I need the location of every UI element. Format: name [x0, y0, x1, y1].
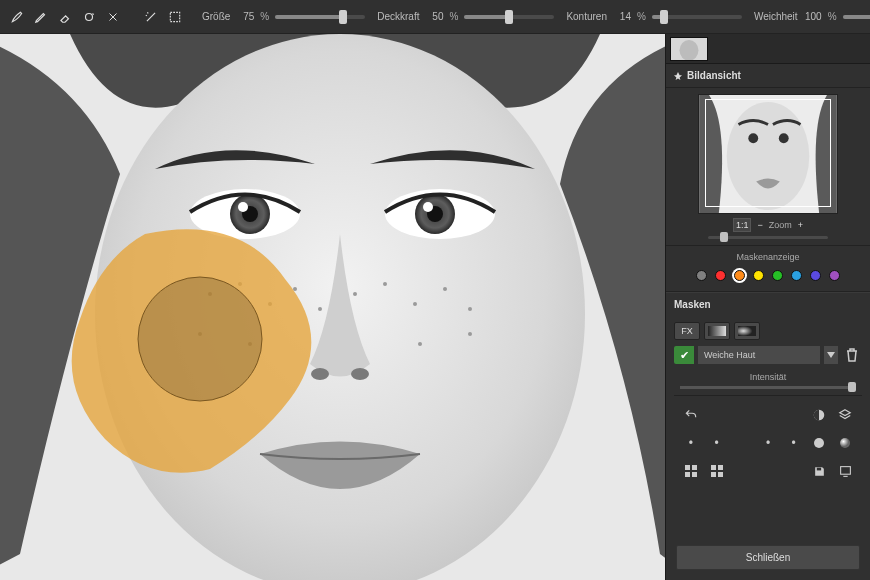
mask-color-yellow[interactable]: [753, 270, 764, 281]
contours-unit: %: [637, 11, 646, 22]
mask-color-dots: [674, 266, 862, 285]
contours-slider[interactable]: [652, 15, 742, 19]
pencil-tool-button[interactable]: [30, 6, 52, 28]
svg-rect-44: [711, 465, 716, 470]
grid-tool-1[interactable]: [678, 462, 704, 480]
placeholder-4: [781, 406, 807, 424]
svg-point-21: [413, 302, 417, 306]
svg-point-39: [840, 438, 850, 448]
mask-intensity-label: Intensität: [674, 372, 862, 382]
svg-point-12: [311, 368, 329, 380]
mask-selected-label: Weiche Haut: [704, 350, 755, 360]
opacity-slider-group: Deckkraft 50 %: [377, 11, 554, 22]
svg-rect-46: [711, 472, 716, 477]
svg-rect-45: [718, 465, 723, 470]
svg-point-22: [443, 287, 447, 291]
svg-point-30: [680, 39, 699, 60]
opacity-label: Deckkraft: [377, 11, 419, 22]
placeholder-3: [755, 406, 781, 424]
sphere-tool[interactable]: [832, 434, 858, 452]
svg-point-13: [351, 368, 369, 380]
zoom-slider[interactable]: [708, 236, 828, 239]
softness-slider[interactable]: [843, 15, 870, 19]
layers-icon[interactable]: [832, 406, 858, 424]
dot-tool-4[interactable]: •: [781, 434, 807, 452]
softness-label: Weichheit: [754, 11, 798, 22]
placeholder-7: [755, 462, 781, 480]
svg-rect-48: [817, 467, 821, 470]
close-button-label: Schließen: [746, 552, 790, 563]
contours-value: 14: [613, 11, 631, 22]
canvas-image: [0, 34, 665, 580]
dot-tool-3[interactable]: •: [755, 434, 781, 452]
svg-rect-35: [708, 326, 726, 336]
brush-tool-button[interactable]: [6, 6, 28, 28]
svg-point-16: [268, 302, 272, 306]
pin-icon: [674, 72, 682, 80]
zoom-label: Zoom: [769, 220, 792, 230]
mask-color-red[interactable]: [715, 270, 726, 281]
eraser-tool-button[interactable]: [54, 6, 76, 28]
svg-point-17: [293, 287, 297, 291]
export-icon[interactable]: [832, 462, 858, 480]
size-slider[interactable]: [275, 15, 365, 19]
mask-color-green[interactable]: [772, 270, 783, 281]
dot-tool-2[interactable]: •: [704, 434, 730, 452]
radial-mask-button[interactable]: [734, 322, 760, 340]
svg-point-24: [198, 332, 202, 336]
grid-tool-2[interactable]: [704, 462, 730, 480]
undo-button[interactable]: [678, 406, 704, 424]
opacity-unit: %: [449, 11, 458, 22]
svg-point-23: [468, 307, 472, 311]
dot-tool-1[interactable]: •: [678, 434, 704, 452]
circle-tool[interactable]: [807, 434, 833, 452]
fill-tool-button[interactable]: [78, 6, 100, 28]
softness-slider-group: Weichheit 100 %: [754, 11, 870, 22]
trash-icon: [846, 348, 858, 362]
svg-point-15: [238, 282, 242, 286]
mask-intensity-slider[interactable]: [680, 386, 856, 389]
mask-color-blue[interactable]: [810, 270, 821, 281]
close-button[interactable]: Schließen: [676, 545, 860, 570]
placeholder-6: [729, 462, 755, 480]
svg-point-38: [814, 438, 824, 448]
navigator-view-frame[interactable]: [705, 99, 831, 207]
chevron-down-icon: [827, 352, 835, 358]
mask-select-arrow[interactable]: [824, 346, 838, 364]
svg-point-26: [418, 342, 422, 346]
zoom-fit-icon[interactable]: 1:1: [733, 218, 752, 232]
placeholder-1: [704, 406, 730, 424]
placeholder-5: [729, 434, 755, 452]
mask-color-cyan[interactable]: [791, 270, 802, 281]
right-panels: Bildansicht: [665, 34, 870, 580]
navigator-thumbnail[interactable]: [698, 94, 838, 214]
save-icon[interactable]: [807, 462, 833, 480]
wand-tool-button[interactable]: [140, 6, 162, 28]
mask-visibility-toggle[interactable]: ✔: [674, 346, 694, 364]
svg-point-20: [383, 282, 387, 286]
opacity-slider[interactable]: [464, 15, 554, 19]
svg-point-10: [238, 202, 248, 212]
marquee-tool-button[interactable]: [164, 6, 186, 28]
svg-point-18: [318, 307, 322, 311]
size-unit: %: [260, 11, 269, 22]
svg-rect-40: [685, 465, 690, 470]
canvas[interactable]: [0, 34, 665, 580]
top-toolbar: Größe 75 % Deckkraft 50 % Konturen 14 % …: [0, 0, 870, 34]
svg-rect-43: [692, 472, 697, 477]
filmstrip-thumb[interactable]: [670, 37, 708, 61]
svg-rect-1: [170, 12, 179, 21]
mask-delete-button[interactable]: [842, 346, 862, 364]
softness-value: 100: [804, 11, 822, 22]
cross-tool-button[interactable]: [102, 6, 124, 28]
mask-color-purple[interactable]: [829, 270, 840, 281]
mask-select[interactable]: Weiche Haut: [698, 346, 820, 364]
mask-color-orange[interactable]: [734, 270, 745, 281]
gradient-mask-button[interactable]: [704, 322, 730, 340]
softness-unit: %: [828, 11, 837, 22]
navigator-title: Bildansicht: [687, 70, 741, 81]
fx-button[interactable]: FX: [674, 322, 700, 340]
mask-color-gray[interactable]: [696, 270, 707, 281]
size-value: 75: [236, 11, 254, 22]
contrast-button[interactable]: [807, 406, 833, 424]
